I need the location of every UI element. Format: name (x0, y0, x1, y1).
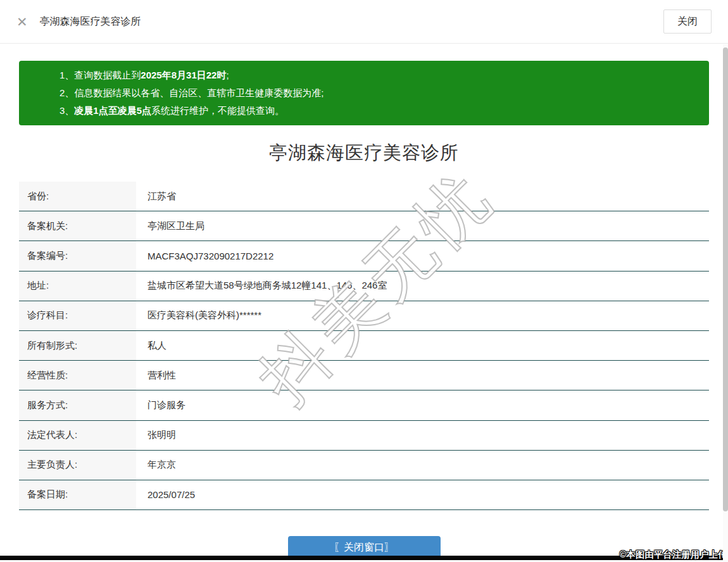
table-row-ownership-form: 所有制形式: 私人 (19, 331, 709, 361)
notice-prefix: 3、 (60, 105, 74, 116)
table-row-filing-authority: 备案机关: 亭湖区卫生局 (19, 211, 709, 241)
close-icon[interactable]: ✕ (16, 15, 28, 28)
notice-line: 1、查询数据截止到2025年8月31日22时; (60, 66, 696, 84)
field-value: 私人 (136, 331, 709, 360)
table-row-service-mode: 服务方式: 门诊服务 (19, 390, 709, 420)
field-label: 法定代表人: (19, 421, 136, 450)
field-value: 2025/07/25 (136, 480, 709, 509)
field-value: 医疗美容科(美容外科)****** (136, 301, 709, 330)
field-value: 江苏省 (136, 182, 709, 211)
field-value: 盐城市区希望大道58号绿地商务城12幢141、146、246室 (136, 272, 709, 301)
field-value: 门诊服务 (136, 390, 709, 420)
table-row-legal-representative: 法定代表人: 张明明 (19, 421, 709, 451)
notice-prefix: 2、 (60, 87, 74, 98)
field-label: 地址: (19, 272, 136, 301)
field-label: 省份: (19, 182, 136, 211)
table-row-filing-number: 备案编号: MACF3AQJ732090217D2212 (19, 241, 709, 271)
window-header: ✕ 亭湖森海医疗美容诊所 关闭 (0, 0, 728, 44)
field-label: 备案日期: (19, 480, 136, 509)
table-row-address: 地址: 盐城市区希望大道58号绿地商务城12幢141、146、246室 (19, 272, 709, 301)
field-label: 备案机关: (19, 211, 136, 240)
field-value: MACF3AQJ732090217D2212 (136, 241, 709, 270)
field-value: 营利性 (136, 361, 709, 390)
upload-credit-watermark: ©本图由平台注册用户上传 (620, 549, 727, 561)
field-label: 诊疗科目: (19, 301, 136, 330)
notice-text: ; (226, 70, 229, 80)
field-label: 经营性质: (19, 361, 136, 390)
close-button[interactable]: 关闭 (663, 9, 712, 34)
clinic-info-table: 省份: 江苏省 备案机关: 亭湖区卫生局 备案编号: MACF3AQJ73209… (19, 182, 709, 510)
field-label: 备案编号: (19, 241, 136, 270)
field-label: 所有制形式: (19, 331, 136, 360)
bottom-border-bar (0, 556, 728, 560)
notice-prefix: 1、 (60, 70, 74, 80)
notice-bold-text: 凌晨1点至凌晨5点 (74, 105, 151, 116)
notice-text: 查询数据截止到 (74, 70, 141, 80)
window-title: 亭湖森海医疗美容诊所 (40, 15, 141, 28)
field-label: 主要负责人: (19, 451, 136, 480)
table-row-principal: 主要负责人: 年京京 (19, 451, 709, 480)
notice-text: 系统进行维护，不能提供查询。 (151, 105, 284, 116)
field-label: 服务方式: (19, 390, 136, 420)
notice-bold-text: 2025年8月31日22时 (141, 70, 226, 80)
scrollbar[interactable] (723, 44, 728, 562)
notice-line: 3、凌晨1点至凌晨5点系统进行维护，不能提供查询。 (60, 102, 696, 120)
page-title: 亭湖森海医疗美容诊所 (19, 140, 709, 166)
page-body: 1、查询数据截止到2025年8月31日22时; 2、信息数据结果以各省、自治区、… (0, 61, 728, 559)
notice-text: 信息数据结果以各省、自治区、直辖市卫生健康委数据为准; (74, 87, 323, 98)
table-row-medical-subjects: 诊疗科目: 医疗美容科(美容外科)****** (19, 301, 709, 331)
table-row-province: 省份: 江苏省 (19, 182, 709, 211)
notice-line: 2、信息数据结果以各省、自治区、直辖市卫生健康委数据为准; (60, 84, 696, 102)
table-row-operating-nature: 经营性质: 营利性 (19, 361, 709, 390)
notice-banner: 1、查询数据截止到2025年8月31日22时; 2、信息数据结果以各省、自治区、… (19, 61, 709, 125)
table-row-filing-date: 备案日期: 2025/07/25 (19, 480, 709, 510)
field-value: 亭湖区卫生局 (136, 211, 709, 240)
field-value: 张明明 (136, 421, 709, 450)
scrollbar-thumb[interactable] (723, 47, 728, 511)
field-value: 年京京 (136, 451, 709, 480)
clinic-record-window: ✕ 亭湖森海医疗美容诊所 关闭 1、查询数据截止到2025年8月31日22时; … (0, 0, 728, 562)
